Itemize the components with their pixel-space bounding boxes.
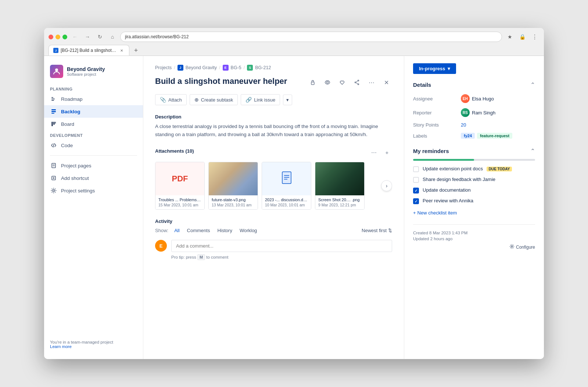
doc-preview: [262, 162, 311, 195]
attachments-label: Attachments (10): [155, 148, 194, 154]
assignee-value[interactable]: EH Elsa Hugo: [461, 94, 494, 103]
sidebar-item-backlog[interactable]: Backlog: [44, 105, 143, 118]
breadcrumb-bg212[interactable]: BG-212: [255, 65, 271, 70]
label-fy24[interactable]: fy24: [461, 133, 475, 139]
attachment-landscape-date: 13 Mar 2023, 10:01 am: [212, 203, 255, 207]
pdf-icon: PDF: [172, 174, 188, 184]
more-toolbar-button[interactable]: ▾: [283, 95, 292, 105]
filter-worklog[interactable]: Worklog: [238, 227, 258, 234]
more-options-button[interactable]: ⋯: [366, 77, 377, 88]
reporter-value[interactable]: RS Ram Singh: [461, 108, 495, 117]
bookmark-icon[interactable]: ★: [505, 32, 514, 42]
reminders-collapse-button[interactable]: ⌃: [530, 148, 535, 155]
sidebar-item-add-shortcut[interactable]: Add shortcut: [44, 172, 143, 184]
filter-history[interactable]: History: [216, 227, 233, 234]
reminder-text-1: Share design feedback with Jamie: [423, 177, 535, 182]
share-button[interactable]: [351, 77, 363, 88]
home-button[interactable]: ⌂: [108, 32, 117, 42]
reminder-progress-bar: [413, 159, 535, 161]
attachments-header: Attachments (10) ⋯ +: [155, 147, 392, 157]
filter-comments[interactable]: Comments: [186, 227, 212, 234]
lock-icon[interactable]: 🔒: [517, 32, 527, 42]
breadcrumb-sep-3: /: [244, 65, 245, 70]
reporter-label: Reporter: [413, 110, 461, 116]
maximize-window-btn[interactable]: [62, 35, 67, 39]
watch-button[interactable]: [322, 77, 333, 88]
reminder-text-2: Update documentation: [423, 187, 535, 193]
breadcrumb-projects[interactable]: Projects: [155, 65, 172, 70]
learn-more-link[interactable]: Learn more: [50, 344, 72, 349]
assignee-avatar: EH: [461, 94, 470, 103]
reminder-checkbox-0[interactable]: [413, 166, 419, 172]
back-button[interactable]: ←: [70, 32, 80, 42]
browser-chrome: ← → ↻ ⌂ ★ 🔒 ⋮ J [BG-212] Build a slingsh…: [44, 28, 544, 56]
browser-menu-button[interactable]: ⋮: [530, 32, 539, 42]
active-tab[interactable]: J [BG-212] Build a slingshot m... ✕: [49, 45, 129, 56]
attachment-pdf[interactable]: PDF Troubles ... Problems.pdf 15 Mar 202…: [155, 162, 205, 210]
svg-point-20: [358, 80, 359, 81]
sidebar-item-roadmap[interactable]: Roadmap: [44, 93, 143, 105]
story-icon: S: [247, 65, 253, 71]
breadcrumb-sep-2: /: [219, 65, 220, 70]
attachments-next-button[interactable]: ›: [381, 180, 392, 191]
link-issue-button[interactable]: 🔗 Link issue: [241, 94, 280, 105]
sidebar-footer: You're in a team-managed project Learn m…: [44, 335, 143, 353]
minimize-window-btn[interactable]: [55, 35, 60, 39]
close-issue-button[interactable]: ✕: [380, 77, 392, 88]
story-points-value[interactable]: 20: [461, 122, 466, 128]
pro-tip: Pro tip: press M to comment: [171, 254, 392, 260]
sidebar-item-code[interactable]: Code: [44, 139, 143, 152]
filter-all[interactable]: All: [173, 227, 181, 234]
forward-button[interactable]: →: [83, 32, 92, 42]
roadmap-icon: [50, 95, 57, 103]
reminder-checkbox-3[interactable]: [413, 198, 419, 204]
lock-button[interactable]: [307, 77, 319, 88]
status-chevron-icon: ▾: [448, 66, 450, 71]
reminder-checkbox-1[interactable]: [413, 177, 419, 183]
attachment-doc[interactable]: 2023 -... discussion.docx 10 Mar 2023, 1…: [262, 162, 311, 210]
svg-rect-11: [52, 163, 55, 168]
newest-first-button[interactable]: Newest first ⇅: [362, 228, 392, 233]
details-collapse-button[interactable]: ⌃: [530, 81, 535, 88]
due-today-badge: DUE TODAY: [487, 167, 512, 171]
address-bar[interactable]: [120, 32, 502, 42]
breadcrumb-sep-1: /: [174, 65, 175, 70]
breadcrumb-beyond-gravity[interactable]: Beyond Gravity: [186, 65, 217, 70]
comment-input[interactable]: [171, 240, 392, 252]
create-subtask-button[interactable]: ⊕ Create subtask: [190, 94, 238, 105]
new-checklist-button[interactable]: + New checklist item: [413, 209, 457, 217]
sidebar-item-board[interactable]: Board: [44, 118, 143, 130]
new-tab-button[interactable]: +: [131, 45, 141, 56]
pdf-preview: PDF: [155, 162, 204, 195]
issue-footer: Created 8 Mar 2023 1:43 PM Updated 2 hou…: [413, 224, 535, 250]
attachment-landscape[interactable]: future-state-v3.png 13 Mar 2023, 10:01 a…: [208, 162, 258, 210]
reminder-checkbox-2[interactable]: [413, 188, 419, 194]
status-button[interactable]: In-progress ▾: [413, 63, 456, 74]
breadcrumb-bg5[interactable]: BG-5: [231, 65, 241, 70]
close-window-btn[interactable]: [49, 35, 53, 39]
description-text: A close terrestrial analogy is provided …: [155, 123, 392, 138]
attachments-add-button[interactable]: +: [382, 147, 392, 157]
assignee-label: Assignee: [413, 96, 461, 102]
project-pages-icon: [50, 162, 57, 169]
attachment-aerial[interactable]: Screen Shot 20.... .png 9 Mar 2023, 12:2…: [315, 162, 365, 210]
reload-button[interactable]: ↻: [95, 32, 105, 42]
svg-line-23: [356, 81, 358, 82]
attachments-more-button[interactable]: ⋯: [369, 147, 379, 157]
issue-header-actions: ⋯ ✕: [307, 77, 392, 88]
like-button[interactable]: [336, 77, 348, 88]
sidebar-item-project-settings[interactable]: Project settings: [44, 184, 143, 197]
svg-rect-7: [51, 113, 54, 114]
activity-label: Activity: [155, 219, 392, 224]
svg-rect-2: [51, 97, 53, 98]
sort-icon: ⇅: [388, 228, 392, 233]
configure-button[interactable]: Configure: [509, 244, 535, 250]
attach-button[interactable]: 📎 Attach: [155, 94, 187, 105]
code-label: Code: [61, 143, 73, 148]
label-feature-request[interactable]: feature-request: [477, 133, 512, 139]
reminder-progress-fill: [413, 159, 474, 161]
tab-close-button[interactable]: ✕: [119, 47, 125, 53]
svg-point-21: [358, 84, 359, 85]
sidebar-item-project-pages[interactable]: Project pages: [44, 159, 143, 172]
svg-rect-4: [51, 100, 54, 101]
